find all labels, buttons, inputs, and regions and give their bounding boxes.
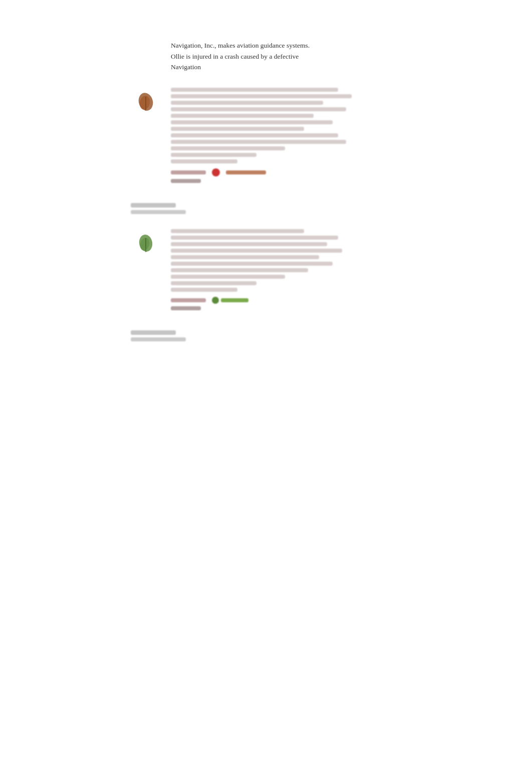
- result-line: [171, 275, 285, 279]
- result-lines-1: [171, 88, 361, 163]
- read-more-button-1[interactable]: [171, 170, 206, 174]
- page-container: Navigation, Inc., makes aviation guidanc…: [41, 30, 491, 366]
- intro-text: Navigation, Inc., makes aviation guidanc…: [171, 42, 310, 71]
- footer-line-1b: [131, 210, 186, 214]
- status-label-2: [221, 298, 248, 302]
- leaf-green-icon: [135, 233, 157, 255]
- footer-line-1a: [131, 203, 176, 208]
- result-line: [171, 101, 323, 105]
- result-content-2: [171, 229, 361, 310]
- read-more-button-2[interactable]: [171, 298, 206, 302]
- result-line: [171, 268, 308, 272]
- result-actions-1: [171, 168, 361, 176]
- status-dot-1: [212, 168, 220, 176]
- result-lines-2: [171, 229, 361, 292]
- result-line: [171, 153, 256, 157]
- add-to-brief-button-1[interactable]: [226, 170, 266, 174]
- result-line: [171, 114, 314, 118]
- result-line: [171, 140, 346, 144]
- result-content-1: [171, 88, 361, 183]
- result-line: [171, 159, 237, 163]
- result-line: [171, 236, 338, 240]
- extra-action-row-2: [171, 306, 361, 310]
- result-line: [171, 249, 342, 253]
- result-line: [171, 288, 237, 292]
- result-line: [171, 255, 319, 259]
- result-icon-1: [131, 88, 161, 118]
- result-line: [171, 133, 338, 137]
- result-item-2: [51, 229, 481, 310]
- status-area-2: [212, 297, 248, 304]
- result-line: [171, 88, 338, 92]
- result-line: [171, 146, 285, 150]
- status-dot-2: [212, 297, 219, 304]
- footer-line-2b: [131, 337, 186, 341]
- leaf-red-icon: [135, 92, 157, 114]
- result-line: [171, 120, 333, 124]
- extra-action-1: [171, 179, 201, 183]
- result-line: [171, 107, 346, 111]
- section-footer-1: [131, 203, 481, 214]
- extra-action-2: [171, 306, 201, 310]
- intro-text-block: Navigation, Inc., makes aviation guidanc…: [171, 40, 321, 73]
- result-line: [171, 262, 333, 266]
- result-line: [171, 94, 352, 98]
- result-line: [171, 127, 304, 131]
- result-line: [171, 229, 304, 233]
- result-icon-2: [131, 229, 161, 259]
- result-line: [171, 281, 256, 285]
- result-item-1: [51, 88, 481, 183]
- section-footer-2: [131, 330, 481, 341]
- footer-line-2a: [131, 330, 176, 335]
- result-line: [171, 242, 327, 246]
- result-actions-2: [171, 297, 361, 304]
